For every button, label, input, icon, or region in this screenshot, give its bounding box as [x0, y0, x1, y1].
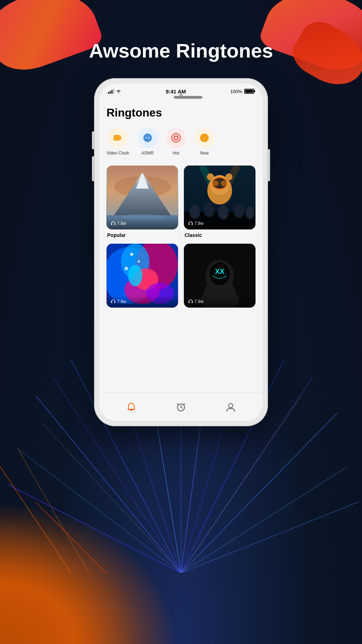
paint-stat-text: 7.8w — [117, 299, 126, 304]
asmr-label: ASMR — [141, 151, 154, 156]
paint-overlay: 7.8w — [106, 296, 178, 308]
profile-icon — [226, 402, 236, 412]
battery-percent: 100% — [230, 89, 242, 94]
paint-stat: 7.8w — [111, 299, 174, 304]
classic-stat-text: 7.8w — [194, 221, 203, 226]
svg-rect-55 — [188, 223, 190, 225]
phone-button-power — [268, 149, 270, 181]
video-clock-label: Video Clock — [106, 151, 129, 156]
signal-bar-4 — [113, 89, 114, 94]
status-right: 100% — [230, 89, 254, 94]
category-video-clock[interactable]: Video Clock — [106, 128, 129, 156]
svg-line-10 — [181, 413, 337, 573]
new-label: New — [200, 151, 209, 156]
new-icon-wrap: ♪ — [194, 128, 214, 148]
svg-line-83 — [184, 404, 185, 405]
svg-rect-77 — [188, 302, 190, 303]
category-hot[interactable]: Hot — [166, 128, 186, 156]
svg-line-81 — [181, 407, 182, 408]
svg-marker-22 — [120, 136, 121, 140]
card-hoodie[interactable]: XX — [184, 244, 256, 308]
svg-point-48 — [221, 180, 227, 186]
svg-point-66 — [128, 265, 142, 286]
card-popular-wrapper: 7.8w Popular — [106, 166, 178, 238]
headphone-icon-popular — [111, 221, 116, 226]
svg-line-13 — [181, 466, 348, 573]
phone-button-volume — [92, 156, 94, 181]
headphone-icon-paint — [111, 299, 116, 304]
phone-button-silent — [92, 131, 94, 149]
svg-point-84 — [229, 404, 233, 408]
phone-mockup: 9:41 AM 100% Ringtones — [94, 78, 268, 426]
hot-icon-wrap — [166, 128, 186, 148]
svg-point-64 — [125, 267, 128, 270]
svg-point-47 — [212, 180, 219, 186]
page-title: Ringtones — [106, 106, 256, 119]
phone-inner: 9:41 AM 100% Ringtones — [99, 83, 263, 421]
svg-point-50 — [190, 205, 200, 219]
bottom-glow — [0, 520, 142, 644]
svg-line-14 — [181, 502, 358, 573]
signal-bar-3 — [111, 90, 113, 94]
svg-text:XX: XX — [215, 267, 225, 275]
svg-rect-21 — [114, 135, 120, 141]
card-classic-wrapper: 7.8w Classic — [184, 166, 256, 238]
category-new[interactable]: ♪ New — [194, 128, 214, 156]
hoodie-overlay: 7.8w — [184, 296, 256, 308]
svg-point-20 — [118, 93, 119, 93]
asmr-icon — [143, 133, 153, 143]
classic-overlay: 7.8w — [184, 217, 256, 229]
svg-point-62 — [130, 253, 133, 256]
battery-fill — [245, 90, 253, 93]
category-asmr[interactable]: ASMR — [138, 128, 158, 156]
hoodie-stat: 7.8w — [188, 299, 251, 304]
svg-rect-69 — [114, 302, 115, 303]
svg-rect-68 — [111, 302, 112, 303]
card-classic[interactable]: 7.8w — [184, 166, 256, 229]
headphone-icon-hoodie — [188, 299, 193, 304]
svg-point-43 — [207, 173, 214, 180]
headphone-icon-classic — [188, 221, 193, 226]
popular-stat-text: 7.8w — [117, 221, 126, 226]
svg-point-44 — [225, 173, 232, 180]
signal-bar-1 — [108, 92, 109, 94]
nav-profile[interactable] — [226, 402, 236, 412]
svg-point-51 — [204, 203, 214, 217]
popular-stat: 7.8w — [111, 221, 174, 226]
cards-grid: 7.8w Popular — [106, 166, 256, 310]
bell-icon — [126, 402, 136, 412]
svg-text:♪: ♪ — [203, 136, 205, 141]
classic-label: Classic — [184, 232, 256, 238]
bottom-nav — [99, 393, 263, 421]
new-icon: ♪ — [199, 133, 209, 143]
popular-label: Popular — [106, 232, 178, 238]
popular-overlay: 7.8w — [106, 217, 178, 229]
phone-speaker — [174, 96, 202, 99]
signal-bar-2 — [110, 91, 111, 94]
card-paint-wrapper: 7.8w — [106, 244, 178, 310]
nav-ringtones[interactable] — [126, 402, 136, 412]
card-paint[interactable]: 7.8w — [106, 244, 178, 308]
signal-bars — [108, 89, 114, 94]
svg-rect-56 — [192, 223, 193, 225]
svg-point-27 — [175, 137, 177, 139]
card-popular[interactable]: 7.8w — [106, 166, 178, 229]
svg-point-24 — [147, 137, 149, 139]
card-hoodie-wrapper: XX — [184, 244, 256, 310]
svg-point-53 — [234, 204, 245, 218]
alarm-icon — [176, 402, 186, 412]
hot-label: Hot — [172, 151, 179, 156]
hoodie-stat-text: 7.8w — [194, 299, 203, 304]
svg-rect-36 — [111, 223, 112, 225]
app-content: Ringtones Video Clock — [99, 99, 263, 393]
video-clock-icon — [113, 133, 123, 143]
wifi-icon — [116, 89, 121, 93]
status-time: 9:41 AM — [166, 88, 186, 94]
battery-icon — [244, 89, 254, 94]
svg-point-63 — [138, 260, 140, 263]
classic-stat: 7.8w — [188, 221, 251, 226]
video-clock-icon-wrap — [108, 128, 128, 148]
svg-line-82 — [177, 404, 178, 405]
phone-screen: 9:41 AM 100% Ringtones — [99, 83, 263, 421]
nav-alarm[interactable] — [176, 402, 186, 412]
